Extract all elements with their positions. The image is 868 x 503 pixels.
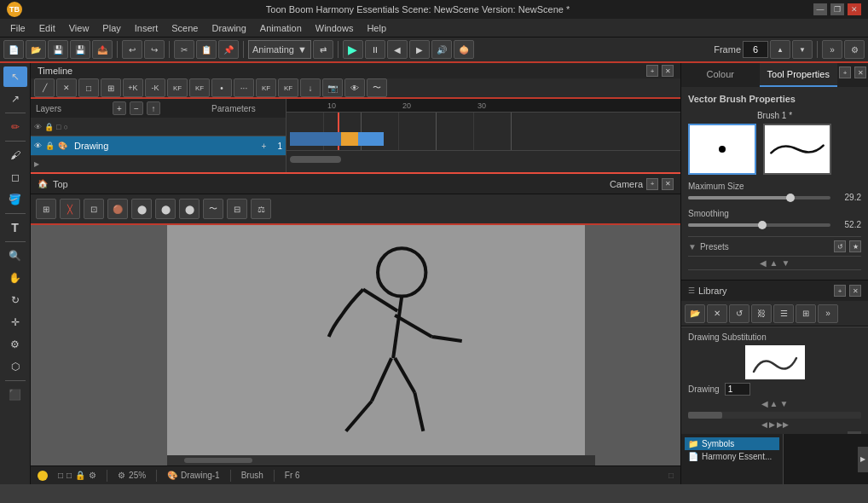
menu-edit[interactable]: Edit [32,21,62,35]
copy-button[interactable]: 📋 [196,40,217,59]
new-button[interactable]: 📄 [3,40,24,59]
redo-button[interactable]: ↪ [144,40,165,59]
tl-btn-3[interactable]: □ [78,78,99,97]
library-close-button[interactable]: ✕ [849,285,861,297]
right-panel-close[interactable]: ✕ [854,66,866,78]
tl-btn-minus[interactable]: -K [145,78,165,97]
vp-btn-x[interactable]: ╳ [60,199,80,219]
cut-button[interactable]: ✂ [174,40,194,59]
library-menu-icon[interactable]: ☰ [688,286,695,295]
tl-btn-kf4[interactable]: KF [278,78,298,97]
frame-input[interactable] [743,41,768,58]
tl-btn-curve[interactable]: 〜 [367,78,387,97]
vp-btn-curve[interactable]: 〜 [203,199,223,219]
tl-btn-cam[interactable]: 📷 [322,78,343,97]
minimize-button[interactable]: — [813,3,827,15]
scroll-down-btn[interactable]: ▼ [782,258,790,268]
undo-button[interactable]: ↩ [122,40,142,59]
timeline-scroll-thumb[interactable] [290,156,341,163]
layer-add-drawing-button[interactable]: + [257,139,270,153]
drawing-scroll-thumb[interactable] [688,412,722,419]
vp-btn-onion-next[interactable]: ⬤ [179,199,200,219]
right-panel-add[interactable]: + [839,66,851,78]
menu-view[interactable]: View [62,21,96,35]
viewport-close-button[interactable]: ✕ [662,178,674,190]
color-picker-tool[interactable]: ⬛ [3,384,27,405]
max-size-thumb[interactable] [786,194,795,202]
tl-btn-kf[interactable]: KF [167,78,188,97]
presets-btn-2[interactable]: ★ [849,240,861,252]
presets-arrow[interactable]: ▼ [688,242,697,252]
vp-btn-balance[interactable]: ⚖ [251,199,271,219]
prev-frame-button[interactable]: ◀ [387,40,408,59]
drawing-value-input[interactable] [725,383,750,396]
scroll-up-btn[interactable]: ▲ [770,258,778,268]
open-button[interactable]: 📂 [26,40,46,59]
vp-btn-grid2[interactable]: ⊟ [227,199,247,219]
sound-button[interactable]: 🔊 [431,40,452,59]
menu-insert[interactable]: Insert [128,21,165,35]
layer-row-2[interactable]: ▶ [31,155,286,172]
brush-preset-stroke[interactable] [763,124,831,175]
drawing-prev-btn[interactable]: ◀ [761,420,767,429]
lib-item-harmony[interactable]: 📄 Harmony Essent... [685,450,779,463]
tl-btn-insert[interactable]: ↓ [300,78,321,97]
rigging-tool[interactable]: ⚙ [3,334,27,355]
menu-scene[interactable]: Scene [165,21,205,35]
tool-options-button[interactable]: ⚙ [844,40,865,59]
lib-btn-delete[interactable]: ✕ [707,304,727,323]
lib-btn-list[interactable]: ☰ [773,304,794,323]
tl-btn-anim[interactable]: +K [123,78,143,97]
rotate-tool[interactable]: ↻ [3,290,27,310]
close-button[interactable]: ✕ [848,3,861,15]
menu-drawing[interactable]: Drawing [205,21,252,35]
menu-file[interactable]: File [3,21,32,35]
contour-editor-tool[interactable]: ↗ [3,89,27,109]
max-size-slider[interactable] [688,196,830,199]
frame-up-button[interactable]: ▲ [770,40,790,59]
tl-btn-dots[interactable]: ··· [234,78,254,97]
timeline-close-button[interactable]: ✕ [662,65,674,77]
drawing-scrollbar[interactable] [688,412,861,419]
vp-btn-onion2[interactable]: ⬤ [155,199,176,219]
save-as-button[interactable]: 💾 [70,40,90,59]
drawing-play-btn[interactable]: ▶ [769,420,775,429]
menu-play[interactable]: Play [95,21,127,35]
extra-menu-button[interactable]: » [822,40,842,59]
tl-btn-1[interactable]: ╱ [34,78,55,97]
drawing-nav-up[interactable]: ▲ [770,399,778,408]
scroll-left-btn[interactable]: ◀ [760,258,767,268]
paste-button[interactable]: 📌 [218,40,239,59]
next-frame-button[interactable]: ▶ [409,40,430,59]
timeline-add-button[interactable]: + [646,65,658,77]
drawing-next-btn[interactable]: ▶▶ [777,420,789,429]
smoothing-thumb[interactable] [758,221,767,229]
vp-btn-onion1[interactable]: ⬤ [131,199,152,219]
vp-btn-expand[interactable]: ⊡ [84,199,104,219]
lib-item-symbols[interactable]: 📁 Symbols [685,437,779,450]
menu-help[interactable]: Help [360,21,393,35]
brush-tool[interactable]: 🖌 [3,145,27,165]
lib-btn-refresh[interactable]: ↺ [729,304,749,323]
maximize-button[interactable]: ❐ [830,3,844,15]
add-layer-button[interactable]: + [113,101,126,115]
frame-down-button[interactable]: ▼ [792,40,813,59]
viewport-add-button[interactable]: + [646,178,658,190]
tab-colour[interactable]: Colour [681,63,760,87]
transform-tool[interactable]: ✛ [3,312,27,332]
deform-tool[interactable]: ⬡ [3,356,27,377]
library-add-button[interactable]: + [834,285,846,297]
animating-dropdown[interactable]: Animating ▼ [248,40,311,59]
library-expand-button[interactable]: ▶ [858,447,868,472]
lib-btn-more[interactable]: » [818,304,838,323]
lib-btn-folder[interactable]: 📂 [685,304,705,323]
active-layer-row[interactable]: 👁 🔒 🎨 Drawing + 1 [31,136,286,155]
smoothing-slider[interactable] [688,223,830,227]
menu-windows[interactable]: Windows [309,21,361,35]
tl-btn-4[interactable]: ⊞ [101,78,121,97]
stop-button[interactable]: ⏸ [365,40,385,59]
zoom-tool[interactable]: 🔍 [3,246,27,266]
hand-tool[interactable]: ✋ [3,268,27,288]
tl-btn-kf3[interactable]: KF [256,78,276,97]
lib-btn-link[interactable]: ⛓ [751,304,772,323]
